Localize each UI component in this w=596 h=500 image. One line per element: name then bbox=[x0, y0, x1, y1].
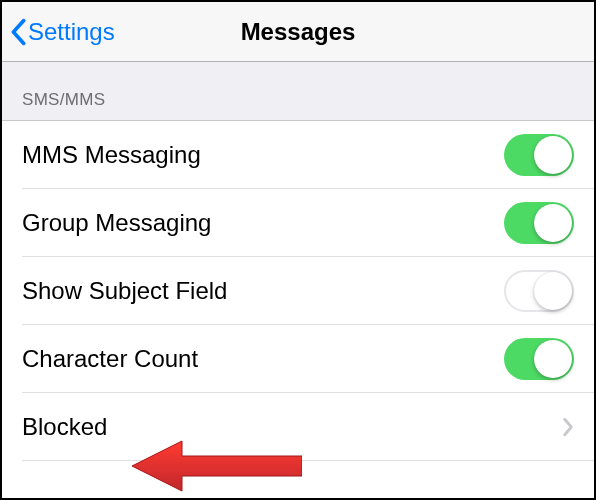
toggle-show-subject-field[interactable] bbox=[504, 270, 574, 312]
toggle-knob bbox=[534, 204, 572, 242]
row-mms-messaging[interactable]: MMS Messaging bbox=[2, 121, 594, 189]
chevron-right-icon bbox=[562, 417, 574, 437]
cell-label: Group Messaging bbox=[22, 209, 211, 237]
back-label: Settings bbox=[28, 18, 115, 46]
row-character-count[interactable]: Character Count bbox=[2, 325, 594, 393]
cell-label: Show Subject Field bbox=[22, 277, 227, 305]
toggle-character-count[interactable] bbox=[504, 338, 574, 380]
section-header: SMS/MMS bbox=[2, 62, 594, 121]
cell-label: MMS Messaging bbox=[22, 141, 201, 169]
toggle-mms-messaging[interactable] bbox=[504, 134, 574, 176]
chevron-left-icon bbox=[10, 18, 26, 46]
nav-header: Settings Messages bbox=[2, 2, 594, 62]
toggle-knob bbox=[534, 136, 572, 174]
row-group-messaging[interactable]: Group Messaging bbox=[2, 189, 594, 257]
row-show-subject-field[interactable]: Show Subject Field bbox=[2, 257, 594, 325]
toggle-knob bbox=[534, 272, 572, 310]
toggle-knob bbox=[534, 340, 572, 378]
cell-label: Character Count bbox=[22, 345, 198, 373]
toggle-group-messaging[interactable] bbox=[504, 202, 574, 244]
cell-label: Blocked bbox=[22, 413, 107, 441]
back-button[interactable]: Settings bbox=[2, 18, 115, 46]
page-title: Messages bbox=[241, 18, 356, 46]
row-blocked[interactable]: Blocked bbox=[2, 393, 594, 461]
